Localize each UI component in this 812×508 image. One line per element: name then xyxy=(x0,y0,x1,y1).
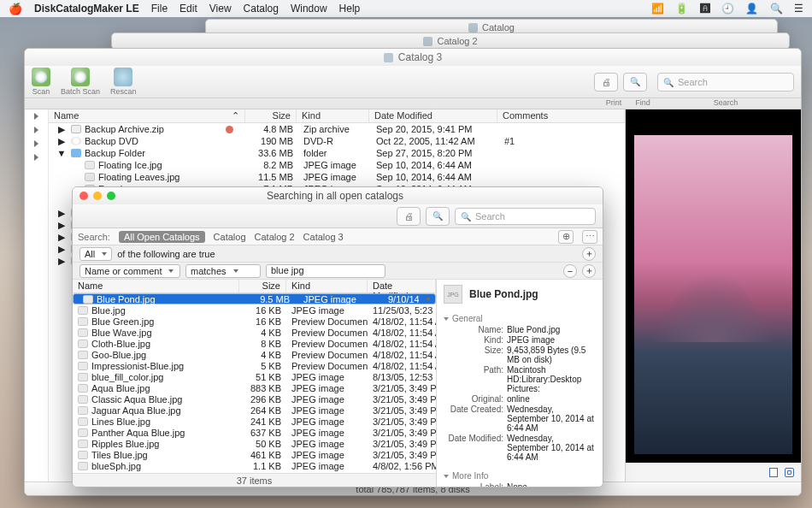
table-row[interactable]: ▶Backup DVD190 MBDVD-ROct 22, 2005, 11:4… xyxy=(49,135,625,147)
info-row: Date Modified:Wednesday, September 10, 2… xyxy=(444,434,596,462)
close-icon[interactable] xyxy=(79,192,88,200)
table-row[interactable]: Classic Aqua Blue.jpg296 KBJPEG image3/2… xyxy=(73,393,436,405)
user-icon[interactable]: 👤 xyxy=(745,3,758,15)
col-date[interactable]: Date Modified xyxy=(369,109,497,122)
table-row[interactable]: Ripples Blue.jpg50 KBJPEG image3/21/05, … xyxy=(73,438,436,449)
rule-row-2: Name or comment matches blue jpg − ＋ xyxy=(73,263,603,280)
scan-button[interactable]: Scan xyxy=(32,68,50,96)
table-row[interactable]: Aqua Blue.jpg883 KBJPEG image3/21/05, 3:… xyxy=(73,382,436,393)
rescan-button[interactable]: Rescan xyxy=(110,68,137,96)
table-row[interactable]: Goo-Blue.jpg4 KBPreview Document4/18/02,… xyxy=(73,349,436,360)
table-row[interactable]: ▼Backup Folder33.6 MBfolderSep 27, 2015,… xyxy=(49,147,625,159)
rescan-icon xyxy=(114,68,132,86)
scope-catalog3[interactable]: Catalog 3 xyxy=(303,232,344,242)
col-size[interactable]: Size xyxy=(245,109,297,122)
battery-icon[interactable]: 🔋 xyxy=(675,3,688,15)
table-row[interactable]: Tiles Blue.jpg461 KBJPEG image3/21/05, 3… xyxy=(73,449,436,460)
zoom-icon[interactable] xyxy=(107,192,115,200)
search-print-button[interactable] xyxy=(397,207,421,226)
menu-edit[interactable]: Edit xyxy=(179,3,197,15)
disclosure-triangle[interactable] xyxy=(34,127,38,133)
info-row: Path:Macintosh HD:Library:Desktop Pictur… xyxy=(444,365,596,393)
notifications-icon[interactable]: ☰ xyxy=(794,3,803,15)
rule-op-select[interactable]: matches xyxy=(185,264,261,278)
search-window: Searching in all open catalogs Search Se… xyxy=(72,186,603,487)
rule-value-input[interactable]: blue jpg xyxy=(266,264,385,278)
menu-catalog[interactable]: Catalog xyxy=(244,3,279,15)
toolbar-search[interactable]: Search xyxy=(657,73,794,92)
col-name[interactable]: Name xyxy=(73,280,239,292)
batch-scan-button[interactable]: Batch Scan xyxy=(61,68,100,96)
table-row[interactable]: Floating Ice.jpg8.2 MBJPEG imageSep 10, … xyxy=(49,159,625,171)
col-comments[interactable]: Comments xyxy=(497,109,625,122)
col-size[interactable]: Size xyxy=(239,280,286,292)
scope-catalog[interactable]: Catalog xyxy=(214,232,246,242)
add-rule-button[interactable]: ＋ xyxy=(582,264,596,278)
table-row[interactable]: Blue Pond.jpg9.5 MBJPEG image9/10/14, 6:… xyxy=(73,293,436,304)
batch-scan-icon xyxy=(71,68,90,86)
rule-options-button[interactable]: ⋯ xyxy=(582,230,597,244)
results-header[interactable]: Name Size Kind Date Modified xyxy=(73,280,436,293)
bg-window-catalog2[interactable]: Catalog 2 xyxy=(111,32,790,50)
search-field[interactable]: Search xyxy=(455,208,596,225)
search-results: Name Size Kind Date Modified Blue Pond.j… xyxy=(73,280,436,487)
scope-catalog2[interactable]: Catalog 2 xyxy=(255,232,295,242)
info-row: Label:None xyxy=(444,482,596,487)
scope-label: Search: xyxy=(78,232,110,242)
toolbar: Scan Batch Scan Rescan Search xyxy=(25,66,801,98)
table-row[interactable]: Impressionist-Blue.jpg5 KBPreview Docume… xyxy=(73,360,436,371)
table-row[interactable]: Blue.jpg16 KBJPEG image11/25/03, 5:23 PM xyxy=(73,304,436,316)
table-row[interactable]: Blue Green.jpg16 KBPreview Document4/18/… xyxy=(73,316,436,327)
table-row[interactable]: ▶Backup Archive.zip4.8 MBZip archiveSep … xyxy=(49,123,625,135)
table-row[interactable]: Blue Wave.jpg4 KBPreview Document4/18/02… xyxy=(73,327,436,338)
find-button[interactable] xyxy=(623,73,647,92)
rule-scope-select[interactable]: All xyxy=(79,247,112,261)
a-icon[interactable]: 🅰 xyxy=(700,3,710,15)
section-general[interactable]: General xyxy=(444,314,596,323)
window-titlebar[interactable]: Catalog 3 xyxy=(25,49,801,66)
rule-row-1: All of the following are true ＋ xyxy=(73,245,603,263)
print-button[interactable] xyxy=(594,73,618,92)
wifi-icon[interactable]: 📶 xyxy=(651,3,664,15)
app-menu[interactable]: DiskCatalogMaker LE xyxy=(34,3,139,15)
disclosure-triangle[interactable] xyxy=(34,140,38,147)
menu-view[interactable]: View xyxy=(209,3,232,15)
menu-window[interactable]: Window xyxy=(291,3,327,15)
table-row[interactable]: blue_fill_color.jpg51 KBJPEG image8/13/0… xyxy=(73,371,436,382)
inspector: JPG Blue Pond.jpg General Name:Blue Pond… xyxy=(436,280,603,487)
table-row[interactable]: Cloth-Blue.jpg8 KBPreview Document4/18/0… xyxy=(73,338,436,349)
col-kind[interactable]: Kind xyxy=(297,109,369,122)
table-row[interactable]: Lines Blue.jpg241 KBJPEG image3/21/05, 3… xyxy=(73,416,436,427)
rule-text: of the following are true xyxy=(117,249,215,259)
clock-icon[interactable]: 🕘 xyxy=(721,3,734,15)
menu-help[interactable]: Help xyxy=(339,3,361,15)
apple-menu[interactable]: 🍎 xyxy=(9,3,22,15)
spotlight-icon[interactable]: 🔍 xyxy=(770,3,783,15)
rule-field-select[interactable]: Name or comment xyxy=(79,264,180,278)
col-name[interactable]: Name ⌃ xyxy=(49,109,245,122)
table-row[interactable]: blueSph.jpg1.1 KBJPEG image4/8/02, 1:56 … xyxy=(73,460,436,471)
menu-file[interactable]: File xyxy=(151,3,168,15)
reveal-doc-icon[interactable] xyxy=(769,468,778,477)
minimize-icon[interactable] xyxy=(93,192,102,200)
add-rule-button[interactable]: ＋ xyxy=(582,247,596,261)
table-row[interactable]: Panther Aqua Blue.jpg637 KBJPEG image3/2… xyxy=(73,427,436,438)
col-date[interactable]: Date Modified xyxy=(368,280,436,292)
save-search-button[interactable]: ⊕ xyxy=(558,230,574,244)
remove-rule-button[interactable]: − xyxy=(563,264,577,278)
traffic-lights[interactable] xyxy=(79,192,115,200)
info-row: Size:9,453,859 Bytes (9.5 MB on disk) xyxy=(444,346,596,364)
quicklook-icon[interactable] xyxy=(785,468,794,477)
table-row[interactable]: Floating Leaves.jpg11.5 MBJPEG imageSep … xyxy=(49,171,625,183)
inspector-thumb: JPG xyxy=(444,285,462,304)
scan-icon xyxy=(32,68,50,86)
col-kind[interactable]: Kind xyxy=(286,280,368,292)
section-more-info[interactable]: More Info xyxy=(444,471,596,481)
disclosure-triangle[interactable] xyxy=(34,154,38,161)
scope-all-open[interactable]: All Open Catalogs xyxy=(119,231,205,243)
disclosure-triangle[interactable] xyxy=(34,113,38,120)
preview-pane xyxy=(626,109,801,481)
file-list-header[interactable]: Name ⌃ Size Kind Date Modified Comments xyxy=(49,109,625,123)
table-row[interactable]: Jaguar Aqua Blue.jpg264 KBJPEG image3/21… xyxy=(73,405,436,416)
search-find-button[interactable] xyxy=(426,207,450,226)
